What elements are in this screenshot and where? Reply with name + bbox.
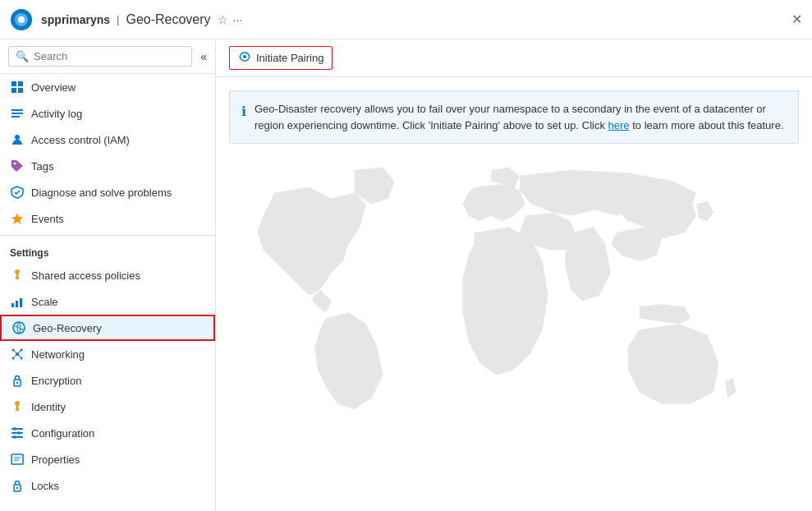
svg-rect-9 <box>11 116 20 117</box>
page-title: Geo-Recovery <box>126 12 210 27</box>
svg-rect-6 <box>18 88 23 93</box>
sidebar-nav: Overview Activity log Access control (IA… <box>0 74 215 511</box>
info-banner: ℹ Geo-Disaster recovery allows you to fa… <box>229 90 799 144</box>
svg-point-11 <box>14 163 16 165</box>
content-toolbar: Initiate Pairing <box>216 39 812 77</box>
svg-rect-13 <box>11 303 14 307</box>
sidebar-item-networking[interactable]: Networking <box>0 341 215 367</box>
svg-point-39 <box>243 55 246 58</box>
geo-recovery-icon <box>11 320 26 335</box>
more-options-button[interactable]: ··· <box>233 13 243 26</box>
title-separator: | <box>117 13 119 25</box>
diagnose-icon <box>10 185 25 200</box>
settings-section-label: Settings <box>0 239 215 262</box>
main-layout: 🔍 « Overview Activity log <box>0 39 812 511</box>
svg-rect-33 <box>14 435 16 439</box>
scale-icon <box>10 294 25 309</box>
initiate-pairing-label: Initiate Pairing <box>256 52 323 64</box>
sidebar-item-configuration[interactable]: Configuration <box>0 420 215 446</box>
search-input[interactable] <box>34 50 185 62</box>
locks-label: Locks <box>31 480 59 492</box>
title-bar: spprimaryns | Geo-Recovery ☆ ··· ✕ <box>0 0 812 39</box>
app-name: spprimaryns <box>41 13 110 26</box>
svg-rect-5 <box>11 88 16 93</box>
svg-point-2 <box>18 16 25 23</box>
svg-rect-31 <box>14 427 16 430</box>
activity-log-icon <box>10 106 25 121</box>
svg-point-10 <box>15 135 20 140</box>
configuration-label: Configuration <box>31 427 94 440</box>
diagnose-label: Diagnose and solve problems <box>31 186 172 199</box>
access-control-label: Access control (IAM) <box>31 134 130 146</box>
svg-rect-28 <box>11 428 23 430</box>
encryption-label: Encryption <box>31 375 81 387</box>
geo-recovery-label: Geo-Recovery <box>33 322 102 334</box>
tags-icon <box>10 159 25 173</box>
shared-access-icon <box>10 268 25 283</box>
identity-label: Identity <box>31 401 66 413</box>
info-banner-text: Geo-Disaster recovery allows you to fail… <box>255 101 787 133</box>
configuration-icon <box>10 426 25 440</box>
sidebar-item-events[interactable]: Events <box>0 205 215 232</box>
sidebar-item-encryption[interactable]: Encryption <box>0 367 215 394</box>
properties-icon <box>10 452 25 467</box>
svg-rect-7 <box>11 109 23 111</box>
info-banner-link[interactable]: here <box>608 119 630 131</box>
favorite-button[interactable]: ☆ <box>218 13 228 26</box>
app-logo <box>10 8 33 31</box>
sidebar-item-diagnose[interactable]: Diagnose and solve problems <box>0 179 215 205</box>
svg-rect-34 <box>11 454 23 464</box>
svg-line-23 <box>17 350 21 354</box>
networking-label: Networking <box>31 348 85 361</box>
initiate-pairing-button[interactable]: Initiate Pairing <box>229 46 333 70</box>
svg-rect-14 <box>16 301 18 307</box>
encryption-icon <box>10 373 25 388</box>
shared-access-label: Shared access policies <box>31 269 140 282</box>
sidebar: 🔍 « Overview Activity log <box>0 39 216 511</box>
activity-log-label: Activity log <box>31 108 82 120</box>
world-map-container <box>229 157 799 444</box>
properties-label: Properties <box>31 453 80 466</box>
svg-marker-12 <box>11 213 23 224</box>
sidebar-item-activity-log[interactable]: Activity log <box>0 100 215 127</box>
sidebar-collapse-button[interactable]: « <box>200 50 207 63</box>
tags-label: Tags <box>31 160 53 173</box>
close-button[interactable]: ✕ <box>791 12 802 27</box>
svg-rect-15 <box>20 298 22 307</box>
access-control-icon <box>10 132 25 147</box>
sidebar-item-scale[interactable]: Scale <box>0 288 215 315</box>
content-area: Initiate Pairing ℹ Geo-Disaster recovery… <box>216 39 812 511</box>
svg-rect-4 <box>18 81 23 86</box>
sidebar-item-tags[interactable]: Tags <box>0 153 215 179</box>
settings-divider <box>0 235 215 236</box>
sidebar-item-access-control[interactable]: Access control (IAM) <box>0 127 215 153</box>
identity-icon <box>10 399 25 414</box>
svg-rect-3 <box>11 81 16 86</box>
sidebar-item-properties[interactable]: Properties <box>0 446 215 472</box>
initiate-pairing-icon <box>238 50 251 66</box>
svg-point-38 <box>16 487 18 489</box>
events-label: Events <box>31 213 64 225</box>
svg-rect-8 <box>11 113 23 114</box>
sidebar-item-overview[interactable]: Overview <box>0 74 215 100</box>
networking-icon <box>10 347 25 361</box>
content-body: ℹ Geo-Disaster recovery allows you to fa… <box>216 77 812 511</box>
svg-rect-30 <box>11 436 23 438</box>
search-icon: 🔍 <box>16 50 29 62</box>
locks-icon <box>10 478 25 493</box>
sidebar-item-identity[interactable]: Identity <box>0 394 215 420</box>
sidebar-item-shared-access[interactable]: Shared access policies <box>0 262 215 288</box>
svg-rect-32 <box>18 431 20 435</box>
search-box[interactable]: 🔍 <box>8 46 192 67</box>
svg-line-22 <box>13 350 17 354</box>
svg-rect-29 <box>11 432 23 434</box>
overview-icon <box>10 80 25 94</box>
world-map <box>229 159 799 444</box>
events-icon <box>10 211 25 226</box>
scale-label: Scale <box>31 296 58 308</box>
sidebar-item-geo-recovery[interactable]: Geo-Recovery <box>0 315 215 341</box>
svg-point-27 <box>16 382 18 384</box>
svg-line-25 <box>17 354 21 358</box>
svg-line-24 <box>13 354 17 358</box>
sidebar-item-locks[interactable]: Locks <box>0 472 215 499</box>
